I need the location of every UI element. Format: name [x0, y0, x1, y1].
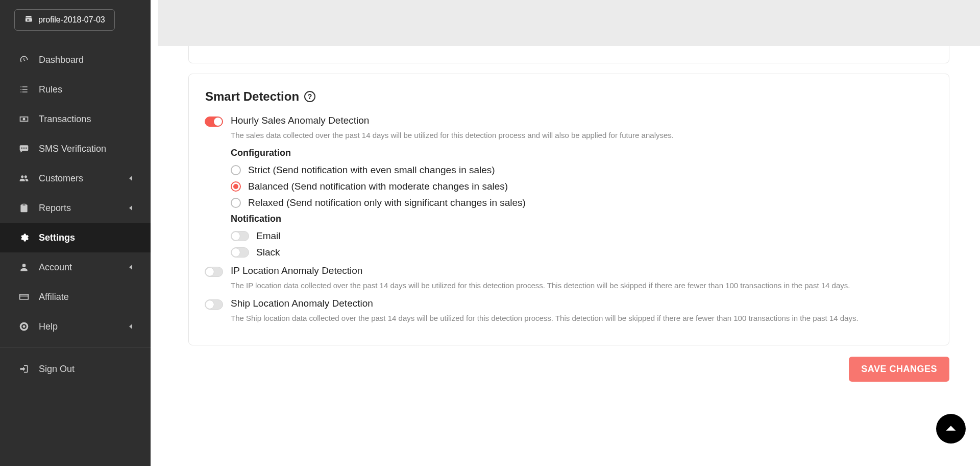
- toggle-ship-location[interactable]: [205, 299, 223, 310]
- sidebar-item-label: Transactions: [39, 114, 91, 125]
- save-row: SAVE CHANGES: [188, 357, 949, 382]
- sidebar-item-transactions[interactable]: Transactions: [0, 104, 151, 134]
- money-icon: [18, 113, 30, 125]
- sidebar-item-label: Dashboard: [39, 55, 84, 65]
- option-hourly-row: Hourly Sales Anomaly Detection: [205, 115, 933, 127]
- notification-email-label: Email: [256, 230, 281, 242]
- sidebar-nav: DashboardRulesTransactionsSMS Verificati…: [0, 41, 151, 341]
- store-icon: [24, 15, 33, 25]
- profile-selector-button[interactable]: profile-2018-07-03: [14, 9, 115, 31]
- smart-detection-card: Smart Detection ? Hourly Sales Anomaly D…: [188, 74, 949, 345]
- main-area: Smart Detection ? Hourly Sales Anomaly D…: [151, 0, 980, 466]
- notification-slack-label: Slack: [256, 247, 280, 258]
- card-icon: [18, 291, 30, 302]
- previous-card-bottom: [188, 46, 949, 63]
- toggle-hourly-sales[interactable]: [205, 116, 223, 127]
- signout-icon: [18, 363, 30, 375]
- gears-icon: [18, 232, 30, 243]
- toggle-notif-email[interactable]: [231, 231, 249, 241]
- sidebar: profile-2018-07-03 DashboardRulesTransac…: [0, 0, 151, 466]
- toggle-notif-slack[interactable]: [231, 247, 249, 258]
- config-option-balanced[interactable]: Balanced (Send notification with moderat…: [231, 181, 933, 192]
- sidebar-item-label: Settings: [39, 232, 75, 243]
- help-icon[interactable]: ?: [304, 91, 315, 102]
- sidebar-item-affiliate[interactable]: Affiliate: [0, 282, 151, 312]
- config-option-relaxed[interactable]: Relaxed (Send notification only with sig…: [231, 197, 933, 208]
- option-ip-row: IP Location Anomaly Detection: [205, 265, 933, 277]
- sidebar-item-label: Rules: [39, 84, 62, 95]
- person-icon: [18, 262, 30, 273]
- toggle-ip-location[interactable]: [205, 267, 223, 277]
- sidebar-item-label: Sign Out: [39, 364, 75, 375]
- people-icon: [18, 173, 30, 184]
- option-ip-desc: The IP location data collected over the …: [231, 280, 933, 291]
- notification-email-row: Email: [231, 230, 933, 242]
- config-option-strict[interactable]: Strict (Send notification with even smal…: [231, 165, 933, 176]
- profile-selector-label: profile-2018-07-03: [38, 15, 105, 25]
- content: Smart Detection ? Hourly Sales Anomaly D…: [158, 46, 980, 402]
- radio-balanced[interactable]: [231, 181, 241, 192]
- option-hourly-title: Hourly Sales Anomaly Detection: [231, 115, 369, 126]
- caret-left-icon: [129, 265, 132, 270]
- sidebar-item-signout[interactable]: Sign Out: [0, 354, 151, 384]
- caret-left-icon: [129, 205, 132, 211]
- hourly-sub-block: Configuration Strict (Send notification …: [222, 148, 933, 258]
- list-icon: [18, 84, 30, 95]
- option-ship-desc: The Ship location data collected over th…: [231, 313, 933, 323]
- option-ship-title: Ship Location Anomaly Detection: [231, 298, 373, 309]
- sidebar-header: profile-2018-07-03: [0, 0, 151, 41]
- configuration-heading: Configuration: [231, 148, 933, 158]
- radio-strict-label: Strict (Send notification with even smal…: [248, 165, 495, 176]
- sidebar-bottom-group: Sign Out: [0, 347, 151, 384]
- radio-relaxed-label: Relaxed (Send notification only with sig…: [248, 197, 526, 208]
- radio-relaxed[interactable]: [231, 198, 241, 208]
- sidebar-item-label: Reports: [39, 203, 71, 214]
- option-ip-title: IP Location Anomaly Detection: [231, 265, 362, 276]
- sidebar-item-label: Help: [39, 321, 58, 332]
- app-root: profile-2018-07-03 DashboardRulesTransac…: [0, 0, 980, 466]
- sidebar-item-label: SMS Verification: [39, 144, 106, 154]
- notification-slack-row: Slack: [231, 247, 933, 258]
- option-hourly-desc: The sales data collected over the past 1…: [231, 130, 933, 141]
- sidebar-item-account[interactable]: Account: [0, 252, 151, 282]
- card-title: Smart Detection: [205, 89, 299, 104]
- radio-strict[interactable]: [231, 165, 241, 175]
- save-button[interactable]: SAVE CHANGES: [849, 357, 949, 382]
- option-ship-row: Ship Location Anomaly Detection: [205, 298, 933, 310]
- lifebuoy-icon: [18, 321, 30, 332]
- radio-balanced-label: Balanced (Send notification with moderat…: [248, 181, 508, 192]
- chevron-up-icon: [944, 421, 958, 437]
- sms-icon: [18, 143, 30, 154]
- sidebar-item-sms[interactable]: SMS Verification: [0, 134, 151, 164]
- sidebar-item-help[interactable]: Help: [0, 312, 151, 341]
- sidebar-item-reports[interactable]: Reports: [0, 193, 151, 223]
- card-title-row: Smart Detection ?: [205, 89, 933, 104]
- caret-left-icon: [129, 176, 132, 181]
- sidebar-item-label: Affiliate: [39, 292, 69, 302]
- caret-left-icon: [129, 324, 132, 329]
- clipboard-icon: [18, 202, 30, 214]
- sidebar-item-customers[interactable]: Customers: [0, 164, 151, 193]
- sidebar-item-label: Customers: [39, 173, 83, 184]
- sidebar-item-rules[interactable]: Rules: [0, 75, 151, 104]
- sidebar-item-dashboard[interactable]: Dashboard: [0, 45, 151, 75]
- top-bar: [158, 0, 980, 46]
- sidebar-item-label: Account: [39, 262, 72, 273]
- notification-heading: Notification: [231, 214, 933, 224]
- scroll-to-top-button[interactable]: [936, 414, 966, 444]
- sidebar-item-settings[interactable]: Settings: [0, 223, 151, 252]
- gauge-icon: [18, 54, 30, 65]
